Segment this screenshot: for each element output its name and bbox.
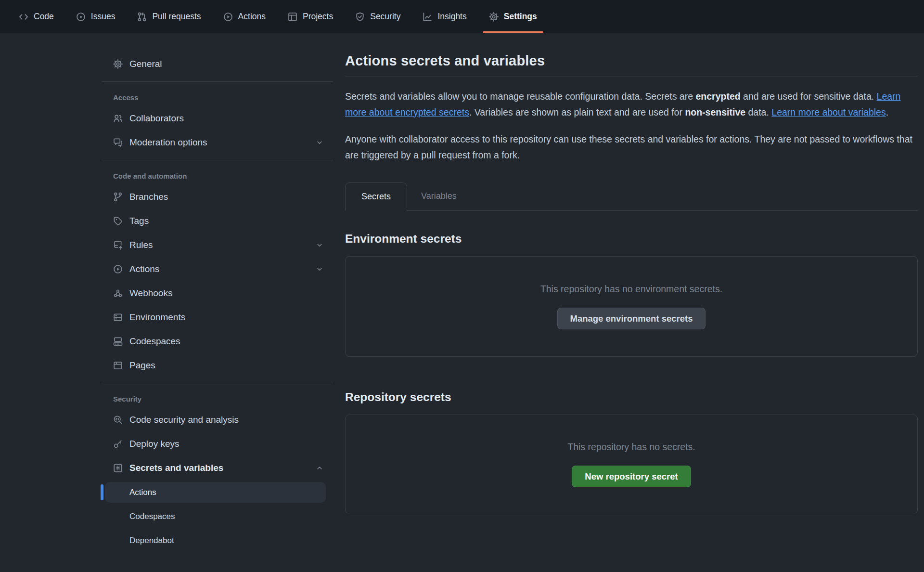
- chevron-down-icon: [316, 265, 323, 273]
- repository-secrets-heading: Repository secrets: [345, 390, 918, 404]
- sidebar-item-label: Webhooks: [129, 288, 172, 299]
- nav-tab-label: Insights: [437, 12, 466, 22]
- repo-push-icon: [113, 240, 123, 250]
- settings-sidebar: General Access Collaborators Moderation …: [102, 34, 333, 554]
- nav-tab-label: Pull requests: [152, 12, 201, 22]
- environment-secrets-empty-text: This repository has no environment secre…: [540, 284, 722, 295]
- sidebar-item-actions[interactable]: Actions: [102, 259, 333, 279]
- intro-paragraph: Secrets and variables allow you to manag…: [345, 89, 918, 120]
- tab-variables[interactable]: Variables: [407, 182, 471, 210]
- sidebar-item-label: Rules: [129, 240, 153, 250]
- repository-secrets-empty-box: This repository has no secrets. New repo…: [345, 415, 918, 514]
- chevron-down-icon: [316, 241, 323, 249]
- sidebar-divider: [102, 383, 333, 383]
- nav-tab-pull-requests[interactable]: Pull requests: [126, 0, 212, 33]
- codespaces-icon: [113, 337, 123, 346]
- server-icon: [113, 312, 123, 322]
- sidebar-section-header-access: Access: [113, 93, 333, 102]
- repository-secrets-empty-text: This repository has no secrets.: [567, 442, 695, 453]
- gear-icon: [113, 59, 123, 69]
- issue-icon: [76, 12, 86, 22]
- people-icon: [113, 114, 123, 123]
- intro-bold-encrypted: encrypted: [695, 91, 740, 102]
- sidebar-subitem-actions-secrets[interactable]: Actions: [105, 482, 326, 503]
- nav-tab-label: Actions: [238, 12, 266, 22]
- key-icon: [113, 439, 123, 449]
- sidebar-item-code-security-analysis[interactable]: Code security and analysis: [102, 410, 333, 429]
- sidebar-item-codespaces[interactable]: Codespaces: [102, 331, 333, 351]
- sidebar-subitem-label: Codespaces: [129, 512, 175, 521]
- sidebar-divider: [102, 81, 333, 82]
- tag-icon: [113, 216, 123, 226]
- nav-tab-label: Code: [34, 12, 54, 22]
- sidebar-item-secrets-and-variables[interactable]: Secrets and variables: [102, 458, 333, 478]
- sidebar-subitem-label: Actions: [129, 488, 156, 497]
- repo-tab-bar: Code Issues Pull requests Actions Projec…: [0, 0, 924, 34]
- settings-content: Actions secrets and variables Secrets an…: [345, 34, 918, 514]
- sidebar-item-webhooks[interactable]: Webhooks: [102, 283, 333, 303]
- sidebar-item-general[interactable]: General: [102, 54, 333, 74]
- sidebar-subitem-codespaces-secrets[interactable]: Codespaces: [105, 506, 326, 527]
- sidebar-item-environments[interactable]: Environments: [102, 307, 333, 327]
- nav-tab-label: Issues: [91, 12, 116, 22]
- sidebar-item-label: Environments: [129, 312, 185, 323]
- link-learn-variables[interactable]: Learn more about variables: [771, 107, 886, 117]
- collaborator-note: Anyone with collaborator access to this …: [345, 131, 918, 163]
- sidebar-section-header-security: Security: [113, 395, 333, 403]
- tab-secrets[interactable]: Secrets: [345, 182, 407, 211]
- code-icon: [19, 12, 28, 22]
- sidebar-item-label: Code security and analysis: [129, 415, 239, 425]
- sidebar-item-collaborators[interactable]: Collaborators: [102, 108, 333, 128]
- sidebar-section-header-code-automation: Code and automation: [113, 172, 333, 180]
- intro-text: and are used for sensitive data.: [741, 91, 877, 102]
- git-branch-icon: [113, 192, 123, 202]
- sidebar-item-label: Deploy keys: [129, 439, 180, 449]
- sidebar-item-rules[interactable]: Rules: [102, 235, 333, 255]
- sidebar-item-branches[interactable]: Branches: [102, 187, 333, 207]
- nav-tab-security[interactable]: Security: [344, 0, 411, 33]
- nav-tab-issues[interactable]: Issues: [65, 0, 127, 33]
- play-circle-icon: [223, 12, 233, 22]
- sidebar-item-moderation-options[interactable]: Moderation options: [102, 132, 333, 152]
- sidebar-item-label: Branches: [129, 192, 168, 202]
- sidebar-item-label: Pages: [129, 360, 155, 371]
- sidebar-item-label: Collaborators: [129, 113, 184, 124]
- sidebar-item-pages[interactable]: Pages: [102, 355, 333, 375]
- selected-indicator-bar: [101, 484, 103, 500]
- chevron-up-icon: [316, 464, 323, 472]
- nav-tab-settings[interactable]: Settings: [478, 0, 548, 33]
- nav-tab-label: Security: [370, 12, 400, 22]
- nav-tab-code[interactable]: Code: [8, 0, 65, 33]
- manage-environment-secrets-button[interactable]: Manage environment secrets: [557, 308, 706, 329]
- new-repository-secret-button[interactable]: New repository secret: [572, 466, 691, 487]
- nav-tab-actions[interactable]: Actions: [212, 0, 277, 33]
- sidebar-item-label: Actions: [129, 264, 159, 274]
- nav-tab-projects[interactable]: Projects: [277, 0, 344, 33]
- intro-bold-non-sensitive: non-sensitive: [685, 107, 745, 117]
- webhook-icon: [113, 288, 123, 298]
- asterisk-box-icon: [113, 463, 123, 473]
- intro-text: . Variables are shown as plain text and …: [469, 107, 685, 117]
- sidebar-item-tags[interactable]: Tags: [102, 211, 333, 231]
- graph-icon: [423, 12, 432, 22]
- page-title: Actions secrets and variables: [345, 53, 918, 77]
- gear-icon: [489, 12, 499, 22]
- sidebar-subitem-label: Dependabot: [129, 536, 174, 546]
- table-icon: [288, 12, 297, 22]
- nav-tab-label: Projects: [303, 12, 333, 22]
- comment-discussion-icon: [113, 138, 123, 147]
- sidebar-item-label: Tags: [129, 216, 149, 226]
- nav-tab-label: Settings: [504, 12, 537, 22]
- codescan-icon: [113, 415, 123, 425]
- environment-secrets-heading: Environment secrets: [345, 232, 918, 246]
- play-circle-icon: [113, 264, 123, 274]
- sidebar-item-label: Codespaces: [129, 336, 180, 347]
- sidebar-subitem-dependabot-secrets[interactable]: Dependabot: [105, 530, 326, 551]
- chevron-down-icon: [316, 139, 323, 146]
- intro-text: data.: [745, 107, 771, 117]
- sidebar-item-deploy-keys[interactable]: Deploy keys: [102, 434, 333, 454]
- nav-tab-insights[interactable]: Insights: [411, 0, 477, 33]
- pull-request-icon: [137, 12, 147, 22]
- shield-icon: [355, 12, 365, 22]
- sidebar-item-label: Secrets and variables: [129, 463, 223, 473]
